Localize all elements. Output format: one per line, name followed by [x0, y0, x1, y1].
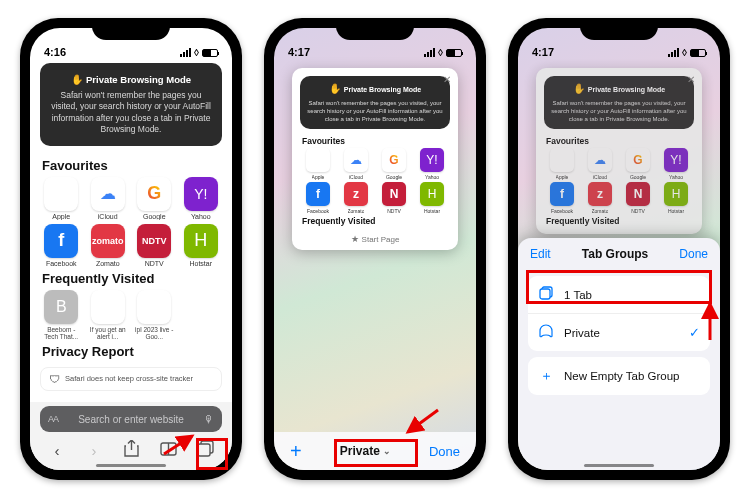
hand-icon: ✋ [71, 74, 83, 85]
privacy-report-text: Safari does not keep cross-site tracker [65, 374, 193, 383]
zomato-icon: zomato [91, 224, 125, 258]
cloud-icon: ☁ [588, 148, 612, 172]
hand-icon: ✋ [573, 83, 585, 94]
forward-button[interactable]: › [83, 442, 105, 459]
voice-icon[interactable]: 🎙 [204, 414, 214, 425]
share-button[interactable] [120, 440, 142, 460]
tab-group-row-1tab[interactable]: 1 Tab [528, 276, 710, 314]
google-icon: G [137, 177, 171, 211]
cloud-icon: ☁ [344, 148, 368, 172]
facebook-icon: f [306, 182, 330, 206]
plus-icon: ＋ [538, 367, 554, 385]
cellular-icon [180, 48, 191, 57]
battery-icon [446, 49, 462, 57]
new-tab-button[interactable]: + [290, 440, 302, 463]
site-icon: B [44, 290, 78, 324]
battery-icon [202, 49, 218, 57]
wifi-icon: ◊ [682, 47, 687, 58]
private-mode-card: ✋Private Browsing Mode Safari won't reme… [300, 76, 450, 129]
done-button[interactable]: Done [429, 444, 460, 459]
google-icon: G [382, 148, 406, 172]
notch [336, 18, 414, 40]
status-time: 4:16 [44, 46, 66, 58]
sheet-title: Tab Groups [582, 247, 648, 261]
favourites-heading: Favourites [30, 154, 232, 177]
cellular-icon [668, 48, 679, 57]
search-placeholder: Search or enter website [64, 414, 198, 425]
private-icon [538, 324, 554, 341]
fav-ndtv[interactable]: NDTVNDTV [133, 224, 176, 267]
tab-group-row-private[interactable]: Private ✓ [528, 314, 710, 351]
phone-tab-switcher: 4:17 ◊ ✕ ✋Private Browsing Mode Safari w… [264, 18, 486, 480]
hotstar-icon: H [184, 224, 218, 258]
private-mode-card: ✋Private Browsing Mode Safari won't reme… [544, 76, 694, 129]
back-button[interactable]: ‹ [46, 442, 68, 459]
fav-facebook[interactable]: fFacebook [40, 224, 83, 267]
tab-groups-sheet: Edit Tab Groups Done 1 Tab Private ✓ ＋ [518, 238, 720, 470]
close-tab-button[interactable]: ✕ [684, 72, 698, 86]
address-bar[interactable]: AA Search or enter website 🎙 [40, 406, 222, 432]
phone-tab-groups-sheet: 4:17 ◊ ✕ ✋Private Browsing Mode Safari w… [508, 18, 730, 480]
tabs-icon [538, 286, 554, 303]
done-button[interactable]: Done [679, 247, 708, 261]
tab-group-button[interactable]: Private⌄ [340, 444, 391, 458]
svg-rect-7 [540, 289, 550, 299]
apple-icon [44, 177, 78, 211]
new-tab-group-button[interactable]: ＋ New Empty Tab Group [528, 357, 710, 395]
facebook-icon: f [44, 224, 78, 258]
frequent-item[interactable]: BBeebom - Tech That... [40, 290, 83, 340]
hotstar-icon: H [664, 182, 688, 206]
phone-start-page: 4:16 ◊ ✋Private Browsing Mode Safari won… [20, 18, 242, 480]
svg-rect-3 [198, 444, 210, 456]
hand-icon: ✋ [329, 83, 341, 94]
cellular-icon [424, 48, 435, 57]
home-indicator [584, 464, 654, 467]
status-time: 4:17 [532, 46, 554, 58]
close-tab-button[interactable]: ✕ [440, 72, 454, 86]
fav-icloud[interactable]: ☁iCloud [87, 177, 130, 220]
facebook-icon: f [550, 182, 574, 206]
apple-icon [91, 290, 125, 324]
checkmark-icon: ✓ [689, 325, 700, 340]
tabs-button[interactable] [194, 440, 216, 460]
home-indicator [96, 464, 166, 467]
yahoo-icon: Y! [420, 148, 444, 172]
tab-thumb-label: ★Start Page [298, 234, 452, 244]
google-icon: G [137, 290, 171, 324]
bookmarks-button[interactable] [157, 442, 179, 459]
zomato-icon: z [344, 182, 368, 206]
privacy-report-heading: Privacy Report [30, 340, 232, 363]
private-card-body: Safari won't remember the pages you visi… [50, 90, 212, 136]
notch [92, 18, 170, 40]
privacy-report-card[interactable]: 🛡 Safari does not keep cross-site tracke… [40, 367, 222, 391]
fav-google[interactable]: GGoogle [133, 177, 176, 220]
ndtv-icon: N [626, 182, 650, 206]
ndtv-icon: NDTV [137, 224, 171, 258]
hotstar-icon: H [420, 182, 444, 206]
text-size-icon[interactable]: AA [48, 414, 58, 424]
yahoo-icon: Y! [184, 177, 218, 211]
private-mode-card: ✋Private Browsing Mode Safari won't reme… [40, 63, 222, 146]
frequent-item[interactable]: If you get an alert i... [87, 290, 130, 340]
apple-icon [306, 148, 330, 172]
wifi-icon: ◊ [194, 47, 199, 58]
fav-zomato[interactable]: zomatoZomato [87, 224, 130, 267]
tab-thumbnail[interactable]: ✕ ✋Private Browsing Mode Safari won't re… [292, 68, 458, 250]
fav-hotstar[interactable]: HHotstar [180, 224, 223, 267]
frequent-item[interactable]: Gipl 2023 live - Goo... [133, 290, 176, 340]
status-time: 4:17 [288, 46, 310, 58]
tab-thumbnail[interactable]: ✕ ✋Private Browsing Mode Safari won't re… [536, 68, 702, 234]
notch [580, 18, 658, 40]
star-icon: ★ [351, 234, 359, 244]
yahoo-icon: Y! [664, 148, 688, 172]
wifi-icon: ◊ [438, 47, 443, 58]
fav-apple[interactable]: Apple [40, 177, 83, 220]
apple-icon [550, 148, 574, 172]
edit-button[interactable]: Edit [530, 247, 551, 261]
ndtv-icon: N [382, 182, 406, 206]
shield-icon: 🛡 [49, 373, 60, 385]
google-icon: G [626, 148, 650, 172]
frequently-heading: Frequently Visited [30, 267, 232, 290]
private-card-title: Private Browsing Mode [86, 74, 191, 85]
fav-yahoo[interactable]: Y!Yahoo [180, 177, 223, 220]
